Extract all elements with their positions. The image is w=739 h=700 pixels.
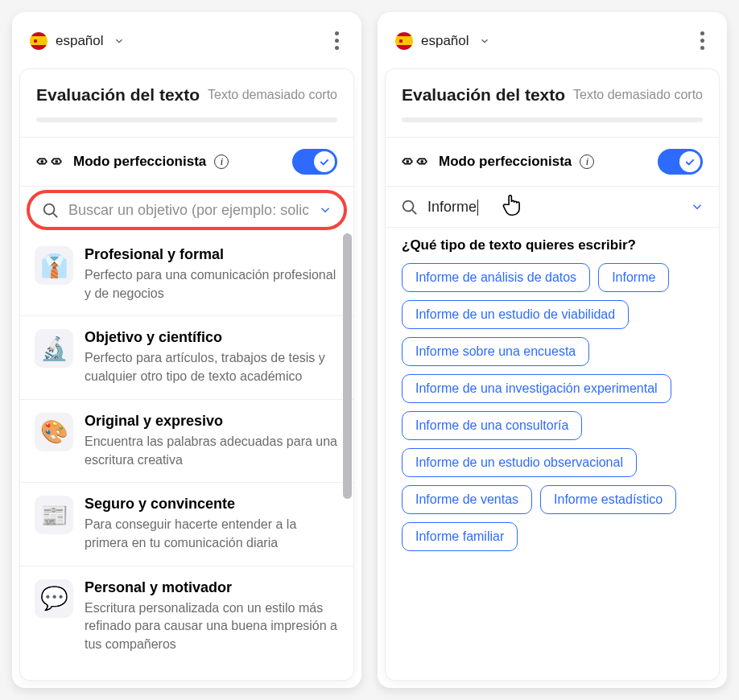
progress-bar — [36, 117, 337, 122]
evaluation-header: Evaluación del texto Texto demasiado cor… — [20, 69, 353, 111]
info-icon[interactable]: i — [214, 154, 229, 169]
goal-description: Escritura personalizada con un estilo má… — [85, 599, 339, 654]
goal-description: Para conseguir hacerte entender a la pri… — [85, 516, 339, 552]
main-card: Evaluación del texto Texto demasiado cor… — [386, 69, 719, 680]
language-label: español — [421, 33, 469, 49]
goal-icon: 🔬 — [35, 329, 73, 368]
main-card: Evaluación del texto Texto demasiado cor… — [20, 69, 353, 680]
svg-point-0 — [44, 204, 55, 215]
glasses-icon: ᯣᯣ — [402, 154, 431, 170]
topbar: español — [12, 12, 361, 69]
flag-es-icon — [395, 32, 413, 50]
language-selector[interactable]: español — [395, 32, 490, 50]
progress-wrap — [20, 111, 353, 137]
suggestion-chip[interactable]: Informe de una investigación experimenta… — [402, 374, 671, 403]
goal-item[interactable]: 📰Seguro y convincentePara conseguir hace… — [20, 482, 353, 565]
language-selector[interactable]: español — [30, 32, 125, 50]
goal-item[interactable]: 💬Personal y motivadorEscritura personali… — [20, 566, 353, 667]
suggestion-chip[interactable]: Informe de análisis de datos — [402, 263, 590, 292]
mode-toggle[interactable] — [292, 149, 337, 175]
mode-label: Modo perfeccionista — [73, 154, 206, 170]
goal-search-row[interactable]: Informe — [386, 187, 719, 228]
search-value: Informe — [427, 199, 477, 216]
chevron-down-icon — [479, 35, 490, 47]
scrollbar-thumb[interactable] — [343, 233, 352, 499]
evaluation-title: Evaluación del texto — [36, 85, 200, 105]
goal-description: Perfecto para una comunicación profesion… — [85, 266, 339, 303]
suggestion-chip[interactable]: Informe de ventas — [402, 485, 532, 514]
svg-line-1 — [53, 213, 57, 217]
search-placeholder: Buscar un objetivo (por ejemplo: solicit… — [68, 202, 308, 219]
goal-title: Personal y motivador — [85, 579, 339, 596]
check-icon — [318, 155, 331, 168]
suggestion-chip[interactable]: Informe estadístico — [540, 485, 676, 514]
evaluation-status: Texto demasiado corto — [208, 88, 337, 102]
chevron-down-icon — [114, 35, 125, 47]
search-input[interactable]: Buscar un objetivo (por ejemplo: solicit… — [68, 202, 308, 219]
topbar: español — [378, 12, 727, 69]
search-icon — [41, 201, 59, 219]
suggestion-chip[interactable]: Informe sobre una encuesta — [402, 337, 589, 366]
goal-title: Seguro y convincente — [85, 496, 339, 513]
suggestion-prompt-title: ¿Qué tipo de texto quieres escribir? — [386, 234, 719, 263]
goal-item[interactable]: 🔬Objetivo y científicoPerfecto para artí… — [20, 315, 353, 398]
chevron-down-icon[interactable] — [690, 200, 704, 214]
more-menu-icon[interactable] — [330, 27, 344, 55]
perfectionist-mode-row: ᯣᯣ Modo perfeccionista i — [386, 137, 719, 187]
goal-item[interactable]: 🎨Original y expresivoEncuentra las palab… — [20, 399, 353, 482]
check-icon — [683, 155, 696, 168]
goal-list[interactable]: 👔Profesional y formalPerfecto para una c… — [20, 233, 353, 680]
more-menu-icon[interactable] — [696, 27, 709, 55]
svg-point-2 — [403, 201, 414, 212]
progress-bar — [402, 117, 703, 122]
goal-icon: 💬 — [35, 579, 73, 618]
flag-es-icon — [30, 32, 47, 50]
info-icon[interactable]: i — [580, 154, 594, 169]
mode-toggle[interactable] — [658, 149, 703, 175]
goal-icon: 🎨 — [35, 413, 73, 451]
svg-line-3 — [412, 210, 416, 214]
suggestion-chip[interactable]: Informe — [598, 263, 669, 292]
panel-right: español Evaluación del texto Texto demas… — [378, 12, 727, 688]
chevron-down-icon[interactable] — [318, 203, 332, 217]
goal-description: Encuentra las palabras adecuadas para un… — [85, 433, 339, 469]
goal-item[interactable]: 👔Profesional y formalPerfecto para una c… — [20, 233, 353, 315]
suggestion-chip[interactable]: Informe de una consultoría — [402, 411, 582, 440]
goal-description: Perfecto para artículos, trabajos de tes… — [85, 349, 339, 385]
search-input[interactable]: Informe — [427, 199, 680, 216]
suggestion-chips: Informe de análisis de datosInformeInfor… — [386, 263, 719, 567]
evaluation-header: Evaluación del texto Texto demasiado cor… — [386, 69, 719, 111]
glasses-icon: ᯣᯣ — [36, 154, 65, 170]
goal-icon: 👔 — [35, 246, 73, 285]
goal-title: Original y expresivo — [85, 413, 339, 430]
goal-title: Profesional y formal — [85, 246, 339, 263]
progress-wrap — [386, 111, 719, 137]
goal-title: Objetivo y científico — [85, 329, 339, 346]
search-icon — [400, 198, 418, 216]
suggestion-chip[interactable]: Informe familiar — [402, 522, 518, 551]
mode-label: Modo perfeccionista — [439, 154, 572, 170]
goal-search-row[interactable]: Buscar un objetivo (por ejemplo: solicit… — [27, 190, 347, 230]
panel-left: español Evaluación del texto Texto demas… — [12, 12, 361, 688]
suggestion-chip[interactable]: Informe de un estudio de viabilidad — [402, 300, 629, 329]
evaluation-status: Texto demasiado corto — [573, 88, 703, 102]
suggestion-chip[interactable]: Informe de un estudio observacional — [402, 448, 637, 477]
language-label: español — [56, 33, 104, 49]
perfectionist-mode-row: ᯣᯣ Modo perfeccionista i — [20, 137, 353, 187]
evaluation-title: Evaluación del texto — [402, 85, 565, 105]
goal-icon: 📰 — [35, 496, 73, 534]
